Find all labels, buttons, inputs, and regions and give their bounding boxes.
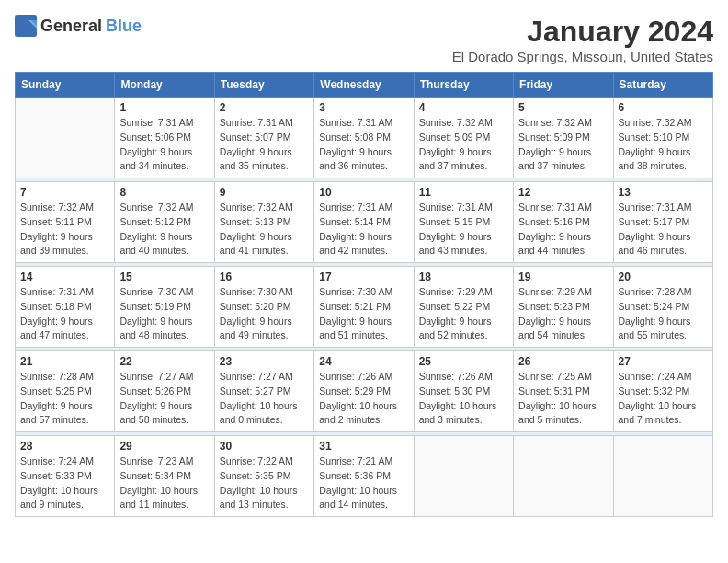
day-number: 19 [518, 270, 608, 283]
weekday-header-tuesday: Tuesday [214, 73, 313, 98]
day-info: Sunrise: 7:30 AMSunset: 5:19 PMDaylight:… [119, 285, 209, 343]
day-number: 27 [619, 355, 708, 368]
weekday-header-monday: Monday [115, 73, 214, 98]
day-info: Sunrise: 7:31 AMSunset: 5:07 PMDaylight:… [220, 116, 309, 174]
calendar-cell: 29Sunrise: 7:23 AMSunset: 5:34 PMDayligh… [115, 436, 214, 517]
calendar-cell: 27Sunrise: 7:24 AMSunset: 5:32 PMDayligh… [613, 351, 712, 432]
day-info: Sunrise: 7:32 AMSunset: 5:10 PMDaylight:… [619, 116, 708, 174]
day-number: 26 [518, 355, 608, 368]
day-info: Sunrise: 7:26 AMSunset: 5:30 PMDaylight:… [419, 370, 508, 428]
day-info: Sunrise: 7:31 AMSunset: 5:15 PMDaylight:… [419, 201, 508, 259]
calendar-cell: 21Sunrise: 7:28 AMSunset: 5:25 PMDayligh… [16, 351, 115, 432]
day-number: 6 [619, 101, 708, 114]
day-info: Sunrise: 7:32 AMSunset: 5:11 PMDaylight:… [20, 201, 109, 259]
calendar-cell: 18Sunrise: 7:29 AMSunset: 5:22 PMDayligh… [414, 267, 513, 348]
day-info: Sunrise: 7:21 AMSunset: 5:36 PMDaylight:… [319, 454, 408, 512]
day-number: 15 [119, 270, 209, 283]
calendar-cell: 25Sunrise: 7:26 AMSunset: 5:30 PMDayligh… [414, 351, 513, 432]
day-info: Sunrise: 7:25 AMSunset: 5:31 PMDaylight:… [518, 370, 608, 428]
day-info: Sunrise: 7:29 AMSunset: 5:22 PMDaylight:… [419, 285, 508, 343]
day-number: 9 [220, 186, 309, 199]
calendar-cell: 19Sunrise: 7:29 AMSunset: 5:23 PMDayligh… [514, 267, 613, 348]
weekday-header-thursday: Thursday [414, 73, 513, 98]
calendar-cell: 20Sunrise: 7:28 AMSunset: 5:24 PMDayligh… [613, 267, 712, 348]
calendar-cell [414, 436, 513, 517]
calendar-cell: 11Sunrise: 7:31 AMSunset: 5:15 PMDayligh… [414, 182, 513, 263]
day-number: 20 [619, 270, 708, 283]
weekday-header-sunday: Sunday [16, 73, 115, 98]
calendar-cell: 24Sunrise: 7:26 AMSunset: 5:29 PMDayligh… [314, 351, 414, 432]
day-number: 12 [518, 186, 608, 199]
day-number: 31 [319, 440, 408, 453]
day-number: 16 [220, 270, 309, 283]
day-number: 1 [119, 101, 209, 114]
day-number: 3 [319, 101, 408, 114]
title-block: January 2024 El Dorado Springs, Missouri… [452, 15, 713, 64]
page-header: GeneralBlue January 2024 El Dorado Sprin… [15, 15, 713, 64]
day-info: Sunrise: 7:28 AMSunset: 5:24 PMDaylight:… [619, 285, 708, 343]
day-info: Sunrise: 7:31 AMSunset: 5:18 PMDaylight:… [20, 285, 109, 343]
calendar-cell: 1Sunrise: 7:31 AMSunset: 5:06 PMDaylight… [115, 98, 214, 178]
calendar-cell: 14Sunrise: 7:31 AMSunset: 5:18 PMDayligh… [16, 267, 115, 348]
day-number: 10 [319, 186, 408, 199]
day-info: Sunrise: 7:27 AMSunset: 5:27 PMDaylight:… [220, 370, 309, 428]
calendar-week-row: 21Sunrise: 7:28 AMSunset: 5:25 PMDayligh… [16, 351, 713, 432]
calendar-week-row: 28Sunrise: 7:24 AMSunset: 5:33 PMDayligh… [16, 436, 713, 517]
weekday-header-wednesday: Wednesday [314, 73, 414, 98]
day-number: 4 [419, 101, 508, 114]
calendar-week-row: 1Sunrise: 7:31 AMSunset: 5:06 PMDaylight… [16, 98, 713, 178]
day-info: Sunrise: 7:31 AMSunset: 5:16 PMDaylight:… [518, 201, 608, 259]
calendar-cell: 23Sunrise: 7:27 AMSunset: 5:27 PMDayligh… [214, 351, 313, 432]
day-info: Sunrise: 7:32 AMSunset: 5:09 PMDaylight:… [518, 116, 608, 174]
day-info: Sunrise: 7:24 AMSunset: 5:32 PMDaylight:… [619, 370, 708, 428]
day-info: Sunrise: 7:24 AMSunset: 5:33 PMDaylight:… [20, 454, 109, 512]
month-title: January 2024 [452, 15, 713, 49]
logo-icon [15, 15, 37, 37]
calendar-cell: 5Sunrise: 7:32 AMSunset: 5:09 PMDaylight… [514, 98, 613, 178]
location-title: El Dorado Springs, Missouri, United Stat… [452, 49, 713, 64]
day-info: Sunrise: 7:30 AMSunset: 5:21 PMDaylight:… [319, 285, 408, 343]
day-number: 29 [119, 440, 209, 453]
calendar-cell: 30Sunrise: 7:22 AMSunset: 5:35 PMDayligh… [214, 436, 313, 517]
calendar-cell [613, 436, 712, 517]
day-info: Sunrise: 7:31 AMSunset: 5:08 PMDaylight:… [319, 116, 408, 174]
day-number: 13 [619, 186, 708, 199]
day-info: Sunrise: 7:23 AMSunset: 5:34 PMDaylight:… [119, 454, 209, 512]
day-number: 21 [20, 355, 109, 368]
calendar-cell: 3Sunrise: 7:31 AMSunset: 5:08 PMDaylight… [314, 98, 414, 178]
day-number: 8 [119, 186, 209, 199]
calendar-week-row: 7Sunrise: 7:32 AMSunset: 5:11 PMDaylight… [16, 182, 713, 263]
calendar-cell: 28Sunrise: 7:24 AMSunset: 5:33 PMDayligh… [16, 436, 115, 517]
day-info: Sunrise: 7:32 AMSunset: 5:13 PMDaylight:… [220, 201, 309, 259]
svg-rect-0 [15, 15, 37, 37]
calendar-cell: 16Sunrise: 7:30 AMSunset: 5:20 PMDayligh… [214, 267, 313, 348]
day-number: 24 [319, 355, 408, 368]
calendar-cell: 2Sunrise: 7:31 AMSunset: 5:07 PMDaylight… [214, 98, 313, 178]
day-info: Sunrise: 7:32 AMSunset: 5:12 PMDaylight:… [119, 201, 209, 259]
calendar-week-row: 14Sunrise: 7:31 AMSunset: 5:18 PMDayligh… [16, 267, 713, 348]
day-info: Sunrise: 7:32 AMSunset: 5:09 PMDaylight:… [419, 116, 508, 174]
day-info: Sunrise: 7:27 AMSunset: 5:26 PMDaylight:… [119, 370, 209, 428]
day-number: 14 [20, 270, 109, 283]
logo-blue: Blue [106, 17, 142, 36]
calendar-table: SundayMondayTuesdayWednesdayThursdayFrid… [15, 72, 713, 517]
calendar-cell: 9Sunrise: 7:32 AMSunset: 5:13 PMDaylight… [214, 182, 313, 263]
calendar-cell: 15Sunrise: 7:30 AMSunset: 5:19 PMDayligh… [115, 267, 214, 348]
day-info: Sunrise: 7:28 AMSunset: 5:25 PMDaylight:… [20, 370, 109, 428]
calendar-cell [16, 98, 115, 178]
day-number: 11 [419, 186, 508, 199]
calendar-cell: 22Sunrise: 7:27 AMSunset: 5:26 PMDayligh… [115, 351, 214, 432]
calendar-cell: 7Sunrise: 7:32 AMSunset: 5:11 PMDaylight… [16, 182, 115, 263]
day-info: Sunrise: 7:31 AMSunset: 5:17 PMDaylight:… [619, 201, 708, 259]
calendar-cell: 10Sunrise: 7:31 AMSunset: 5:14 PMDayligh… [314, 182, 414, 263]
day-number: 18 [419, 270, 508, 283]
day-number: 28 [20, 440, 109, 453]
day-info: Sunrise: 7:22 AMSunset: 5:35 PMDaylight:… [220, 454, 309, 512]
day-number: 5 [518, 101, 608, 114]
calendar-cell: 17Sunrise: 7:30 AMSunset: 5:21 PMDayligh… [314, 267, 414, 348]
weekday-header-row: SundayMondayTuesdayWednesdayThursdayFrid… [16, 73, 713, 98]
calendar-cell: 6Sunrise: 7:32 AMSunset: 5:10 PMDaylight… [613, 98, 712, 178]
day-info: Sunrise: 7:31 AMSunset: 5:14 PMDaylight:… [319, 201, 408, 259]
calendar-cell: 13Sunrise: 7:31 AMSunset: 5:17 PMDayligh… [613, 182, 712, 263]
calendar-cell [514, 436, 613, 517]
